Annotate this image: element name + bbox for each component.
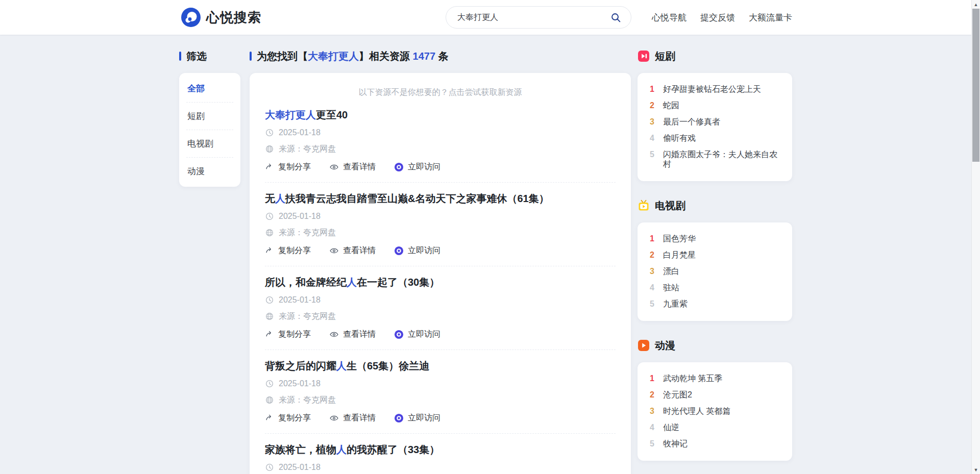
rank-item[interactable]: 3时光代理人 英都篇: [650, 406, 780, 416]
rank-item[interactable]: 1国色芳华: [650, 234, 780, 243]
rank-item[interactable]: 3最后一个修真者: [650, 117, 780, 127]
results-main: 为您找到【大奉打更人】相关资源 1477 条 以下资源不是你想要的？点击尝试获取…: [250, 50, 631, 474]
clock-icon: [265, 295, 274, 305]
result-date: 2025-01-18: [265, 379, 616, 389]
result-title[interactable]: 无人扶我青云志我自踏雪至山巅&名动天下之家事难休（61集）: [265, 192, 616, 205]
copy-share-button[interactable]: 复制分享: [265, 245, 311, 256]
rank-number: 1: [650, 84, 656, 94]
result-date-text: 2025-01-18: [279, 379, 321, 389]
ranking-card: 1国色芳华 2白月梵星 3漂白 4驻站 5九重紫: [638, 222, 792, 321]
visit-now-button[interactable]: 立即访问: [394, 413, 440, 423]
nav-link-navigation[interactable]: 心悦导航: [652, 12, 687, 23]
result-title-text: 家族将亡，植物: [265, 444, 336, 455]
result-item: 背叛之后的闪耀人生（65集）徐兰迪 2025-01-18 来源：夸克网盘 复制分…: [265, 350, 616, 434]
copy-share-button[interactable]: 复制分享: [265, 162, 311, 172]
result-title[interactable]: 家族将亡，植物人的我苏醒了（33集）: [265, 443, 616, 456]
rank-item[interactable]: 1武动乾坤 第五季: [650, 373, 780, 383]
ranking-section-tv: 电视剧 1国色芳华 2白月梵星 3漂白 4驻站 5九重紫: [638, 199, 792, 321]
filter-item-tv[interactable]: 电视剧: [186, 130, 233, 158]
clock-icon: [265, 379, 274, 388]
refresh-resources-link[interactable]: 以下资源不是你想要的？点击尝试获取新资源: [265, 85, 616, 99]
rank-label: 国色芳华: [663, 234, 696, 243]
search-input[interactable]: [456, 12, 607, 22]
rank-item[interactable]: 2沧元图2: [650, 390, 780, 400]
rank-label: 武动乾坤 第五季: [663, 373, 722, 383]
result-title[interactable]: 背叛之后的闪耀人生（65集）徐兰迪: [265, 359, 616, 372]
view-detail-button[interactable]: 查看详情: [329, 329, 376, 339]
rank-item[interactable]: 4仙逆: [650, 422, 780, 432]
view-detail-button[interactable]: 查看详情: [329, 162, 376, 172]
rank-label: 偷听有戏: [663, 133, 696, 143]
rank-item[interactable]: 5九重紫: [650, 299, 780, 309]
result-title[interactable]: 所以，和金牌经纪人在一起了（30集）: [265, 276, 616, 289]
view-detail-button[interactable]: 查看详情: [329, 413, 376, 423]
rank-item[interactable]: 5闪婚京圈太子爷：夫人她来自农村: [650, 149, 780, 169]
ranking-title-text: 短剧: [655, 49, 675, 63]
rank-item[interactable]: 5牧神记: [650, 439, 780, 448]
result-title-text: 所以，和金牌经纪: [265, 277, 347, 288]
eye-icon: [329, 162, 339, 172]
page-content: 筛选 全部 短剧 电视剧 动漫 为您找到【大奉打更人】相关资源 1477 条 以…: [0, 35, 980, 474]
result-actions: 复制分享 查看详情 立即访问: [265, 162, 616, 172]
result-title[interactable]: 大奉打更人更至40: [265, 108, 616, 121]
copy-share-button[interactable]: 复制分享: [265, 413, 311, 423]
result-title-text: 无: [265, 193, 275, 204]
app-header: 心悦搜索 心悦导航 提交反馈 大额流量卡: [0, 0, 980, 35]
rank-label: 最后一个修真者: [663, 117, 720, 127]
visit-now-button[interactable]: 立即访问: [394, 245, 440, 256]
rank-item[interactable]: 2白月梵星: [650, 250, 780, 260]
visit-now-button[interactable]: 立即访问: [394, 162, 440, 172]
eye-icon: [329, 330, 339, 339]
rank-number: 4: [650, 133, 656, 143]
results-count: 1477: [413, 51, 436, 62]
anime-play-icon: [638, 339, 650, 352]
filter-item-duanju[interactable]: 短剧: [186, 103, 233, 130]
results-card: 以下资源不是你想要的？点击尝试获取新资源 大奉打更人更至40 2025-01-1…: [250, 73, 631, 474]
results-header-middle: 】相关资源: [359, 51, 413, 62]
result-date: 2025-01-18: [265, 128, 616, 138]
rank-item[interactable]: 4偷听有戏: [650, 133, 780, 143]
result-item: 大奉打更人更至40 2025-01-18 来源：夸克网盘 复制分享: [265, 99, 616, 183]
result-date: 2025-01-18: [265, 211, 616, 221]
clock-icon: [265, 212, 274, 221]
accent-bar: [179, 52, 181, 61]
vertical-scrollbar[interactable]: ▲ ▼: [971, 0, 980, 474]
logo[interactable]: 心悦搜索: [181, 0, 261, 35]
scrollbar-down-arrow[interactable]: ▼: [972, 465, 980, 474]
search-button[interactable]: [607, 11, 625, 24]
filter-item-anime[interactable]: 动漫: [186, 158, 233, 185]
globe-icon: [265, 395, 274, 405]
rank-number: 3: [650, 266, 656, 276]
visit-icon: [394, 413, 404, 423]
view-detail-button[interactable]: 查看详情: [329, 245, 376, 256]
result-actions: 复制分享 查看详情 立即访问: [265, 329, 616, 339]
nav-link-feedback[interactable]: 提交反馈: [700, 12, 735, 23]
rank-item[interactable]: 4驻站: [650, 283, 780, 292]
rank-item[interactable]: 3漂白: [650, 266, 780, 276]
result-date-text: 2025-01-18: [279, 462, 321, 472]
filter-item-all[interactable]: 全部: [186, 75, 233, 103]
ranking-section-anime: 动漫 1武动乾坤 第五季 2沧元图2 3时光代理人 英都篇 4仙逆 5牧神记: [638, 339, 792, 461]
rank-item[interactable]: 1好孕甜妻被钻石老公宠上天: [650, 84, 780, 94]
result-title-text: 更至40: [316, 109, 348, 120]
result-source-text: 来源：夸克网盘: [279, 228, 336, 238]
result-item: 家族将亡，植物人的我苏醒了（33集） 2025-01-18 来源：夸克网盘: [265, 434, 616, 474]
result-source: 来源：夸克网盘: [265, 311, 616, 321]
rank-label: 仙逆: [663, 422, 679, 432]
nav-link-data-card[interactable]: 大额流量卡: [749, 12, 792, 23]
result-title-highlight: 人: [336, 360, 347, 371]
results-header-keyword: 大奉打更人: [308, 51, 359, 62]
rank-item[interactable]: 2蛇园: [650, 101, 780, 110]
eye-icon: [329, 246, 339, 256]
visit-now-button[interactable]: 立即访问: [394, 329, 440, 339]
copy-share-label: 复制分享: [278, 329, 311, 339]
clock-icon: [265, 463, 274, 472]
rank-number: 4: [650, 422, 656, 432]
result-title-text: 背叛之后的闪耀: [265, 360, 336, 371]
rank-number: 5: [650, 439, 656, 448]
scrollbar-up-arrow[interactable]: ▲: [972, 0, 980, 9]
scrollbar-thumb[interactable]: [972, 9, 979, 162]
rank-label: 时光代理人 英都篇: [663, 406, 730, 416]
rank-number: 3: [650, 406, 656, 416]
copy-share-button[interactable]: 复制分享: [265, 329, 311, 339]
